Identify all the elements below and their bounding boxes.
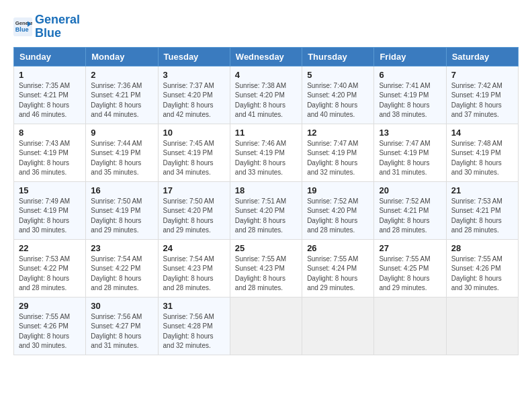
day-number: 14 xyxy=(451,128,513,138)
day-number: 11 xyxy=(235,128,297,138)
calendar-cell: 27 Sunrise: 7:55 AMSunset: 4:25 PMDaylig… xyxy=(374,239,446,297)
logo: General Blue GeneralBlue xyxy=(13,13,80,40)
calendar-cell: 8 Sunrise: 7:43 AMSunset: 4:19 PMDayligh… xyxy=(14,124,86,181)
calendar-cell: 26 Sunrise: 7:55 AMSunset: 4:24 PMDaylig… xyxy=(302,239,374,297)
day-info: Sunrise: 7:55 AMSunset: 4:26 PMDaylight:… xyxy=(19,312,81,351)
day-number: 28 xyxy=(451,243,513,253)
day-info: Sunrise: 7:35 AMSunset: 4:21 PMDaylight:… xyxy=(19,81,81,120)
calendar-cell xyxy=(302,297,374,355)
day-info: Sunrise: 7:48 AMSunset: 4:19 PMDaylight:… xyxy=(451,139,513,178)
calendar-cell: 3 Sunrise: 7:37 AMSunset: 4:20 PMDayligh… xyxy=(158,66,230,124)
day-info: Sunrise: 7:50 AMSunset: 4:19 PMDaylight:… xyxy=(91,197,152,236)
day-number: 23 xyxy=(91,243,152,253)
calendar-cell: 4 Sunrise: 7:38 AMSunset: 4:20 PMDayligh… xyxy=(230,66,302,124)
calendar-cell: 23 Sunrise: 7:54 AMSunset: 4:22 PMDaylig… xyxy=(86,239,158,297)
day-info: Sunrise: 7:55 AMSunset: 4:26 PMDaylight:… xyxy=(451,255,513,293)
calendar-cell: 9 Sunrise: 7:44 AMSunset: 4:19 PMDayligh… xyxy=(86,124,158,181)
day-number: 4 xyxy=(235,70,297,80)
calendar-cell: 31 Sunrise: 7:56 AMSunset: 4:28 PMDaylig… xyxy=(158,297,230,355)
day-info: Sunrise: 7:47 AMSunset: 4:19 PMDaylight:… xyxy=(307,139,369,178)
day-number: 22 xyxy=(19,243,81,253)
calendar-week-2: 8 Sunrise: 7:43 AMSunset: 4:19 PMDayligh… xyxy=(14,124,519,181)
day-info: Sunrise: 7:56 AMSunset: 4:27 PMDaylight:… xyxy=(91,312,152,351)
day-info: Sunrise: 7:45 AMSunset: 4:19 PMDaylight:… xyxy=(163,139,225,178)
day-info: Sunrise: 7:44 AMSunset: 4:19 PMDaylight:… xyxy=(91,139,152,178)
calendar-cell: 16 Sunrise: 7:50 AMSunset: 4:19 PMDaylig… xyxy=(86,181,158,239)
calendar-cell: 17 Sunrise: 7:50 AMSunset: 4:20 PMDaylig… xyxy=(158,181,230,239)
day-number: 6 xyxy=(379,70,441,80)
day-number: 27 xyxy=(379,243,441,253)
day-info: Sunrise: 7:46 AMSunset: 4:19 PMDaylight:… xyxy=(235,139,297,178)
day-number: 1 xyxy=(19,70,81,80)
calendar-cell xyxy=(446,297,518,355)
day-number: 10 xyxy=(163,128,225,138)
logo-text: GeneralBlue xyxy=(35,13,80,40)
day-info: Sunrise: 7:55 AMSunset: 4:23 PMDaylight:… xyxy=(235,255,297,293)
day-number: 21 xyxy=(451,185,513,195)
day-number: 13 xyxy=(379,128,441,138)
day-info: Sunrise: 7:55 AMSunset: 4:24 PMDaylight:… xyxy=(307,255,369,293)
calendar-cell: 7 Sunrise: 7:42 AMSunset: 4:19 PMDayligh… xyxy=(446,66,518,124)
day-info: Sunrise: 7:40 AMSunset: 4:20 PMDaylight:… xyxy=(307,81,369,120)
day-number: 24 xyxy=(163,243,225,253)
day-number: 12 xyxy=(307,128,369,138)
calendar-cell: 2 Sunrise: 7:36 AMSunset: 4:21 PMDayligh… xyxy=(86,66,158,124)
logo-icon: General Blue xyxy=(13,17,32,36)
calendar-cell: 29 Sunrise: 7:55 AMSunset: 4:26 PMDaylig… xyxy=(14,297,86,355)
calendar-header-row: SundayMondayTuesdayWednesdayThursdayFrid… xyxy=(14,47,519,66)
day-number: 26 xyxy=(307,243,369,253)
day-number: 25 xyxy=(235,243,297,253)
day-info: Sunrise: 7:43 AMSunset: 4:19 PMDaylight:… xyxy=(19,139,81,178)
day-number: 16 xyxy=(91,185,152,195)
day-info: Sunrise: 7:54 AMSunset: 4:23 PMDaylight:… xyxy=(163,255,225,293)
day-number: 5 xyxy=(307,70,369,80)
day-number: 19 xyxy=(307,185,369,195)
calendar-cell xyxy=(374,297,446,355)
calendar-cell: 14 Sunrise: 7:48 AMSunset: 4:19 PMDaylig… xyxy=(446,124,518,181)
day-number: 3 xyxy=(163,70,225,80)
svg-text:Blue: Blue xyxy=(15,26,29,33)
page-header: General Blue GeneralBlue xyxy=(13,13,519,40)
day-number: 15 xyxy=(19,185,81,195)
calendar-cell: 15 Sunrise: 7:49 AMSunset: 4:19 PMDaylig… xyxy=(14,181,86,239)
header-friday: Friday xyxy=(374,47,446,66)
calendar-cell: 30 Sunrise: 7:56 AMSunset: 4:27 PMDaylig… xyxy=(86,297,158,355)
calendar-cell: 10 Sunrise: 7:45 AMSunset: 4:19 PMDaylig… xyxy=(158,124,230,181)
header-saturday: Saturday xyxy=(446,47,518,66)
calendar-week-5: 29 Sunrise: 7:55 AMSunset: 4:26 PMDaylig… xyxy=(14,297,519,355)
day-info: Sunrise: 7:49 AMSunset: 4:19 PMDaylight:… xyxy=(19,197,81,236)
day-info: Sunrise: 7:37 AMSunset: 4:20 PMDaylight:… xyxy=(163,81,225,120)
day-info: Sunrise: 7:38 AMSunset: 4:20 PMDaylight:… xyxy=(235,81,297,120)
header-wednesday: Wednesday xyxy=(230,47,302,66)
day-info: Sunrise: 7:36 AMSunset: 4:21 PMDaylight:… xyxy=(91,81,152,120)
day-number: 17 xyxy=(163,185,225,195)
calendar-cell: 18 Sunrise: 7:51 AMSunset: 4:20 PMDaylig… xyxy=(230,181,302,239)
calendar-cell: 25 Sunrise: 7:55 AMSunset: 4:23 PMDaylig… xyxy=(230,239,302,297)
calendar-table: SundayMondayTuesdayWednesdayThursdayFrid… xyxy=(13,47,519,355)
day-info: Sunrise: 7:42 AMSunset: 4:19 PMDaylight:… xyxy=(451,81,513,120)
day-number: 8 xyxy=(19,128,81,138)
day-number: 29 xyxy=(19,301,81,311)
header-tuesday: Tuesday xyxy=(158,47,230,66)
day-info: Sunrise: 7:47 AMSunset: 4:19 PMDaylight:… xyxy=(379,139,441,178)
calendar-week-1: 1 Sunrise: 7:35 AMSunset: 4:21 PMDayligh… xyxy=(14,66,519,124)
day-number: 18 xyxy=(235,185,297,195)
calendar-cell: 24 Sunrise: 7:54 AMSunset: 4:23 PMDaylig… xyxy=(158,239,230,297)
day-number: 9 xyxy=(91,128,152,138)
day-info: Sunrise: 7:51 AMSunset: 4:20 PMDaylight:… xyxy=(235,197,297,236)
calendar-cell xyxy=(230,297,302,355)
calendar-cell: 22 Sunrise: 7:53 AMSunset: 4:22 PMDaylig… xyxy=(14,239,86,297)
day-info: Sunrise: 7:50 AMSunset: 4:20 PMDaylight:… xyxy=(163,197,225,236)
day-number: 20 xyxy=(379,185,441,195)
day-info: Sunrise: 7:52 AMSunset: 4:20 PMDaylight:… xyxy=(307,197,369,236)
day-number: 30 xyxy=(91,301,152,311)
header-monday: Monday xyxy=(86,47,158,66)
calendar-cell: 5 Sunrise: 7:40 AMSunset: 4:20 PMDayligh… xyxy=(302,66,374,124)
day-number: 2 xyxy=(91,70,152,80)
calendar-cell: 1 Sunrise: 7:35 AMSunset: 4:21 PMDayligh… xyxy=(14,66,86,124)
header-thursday: Thursday xyxy=(302,47,374,66)
calendar-cell: 19 Sunrise: 7:52 AMSunset: 4:20 PMDaylig… xyxy=(302,181,374,239)
calendar-cell: 21 Sunrise: 7:53 AMSunset: 4:21 PMDaylig… xyxy=(446,181,518,239)
day-number: 31 xyxy=(163,301,225,311)
calendar-cell: 11 Sunrise: 7:46 AMSunset: 4:19 PMDaylig… xyxy=(230,124,302,181)
